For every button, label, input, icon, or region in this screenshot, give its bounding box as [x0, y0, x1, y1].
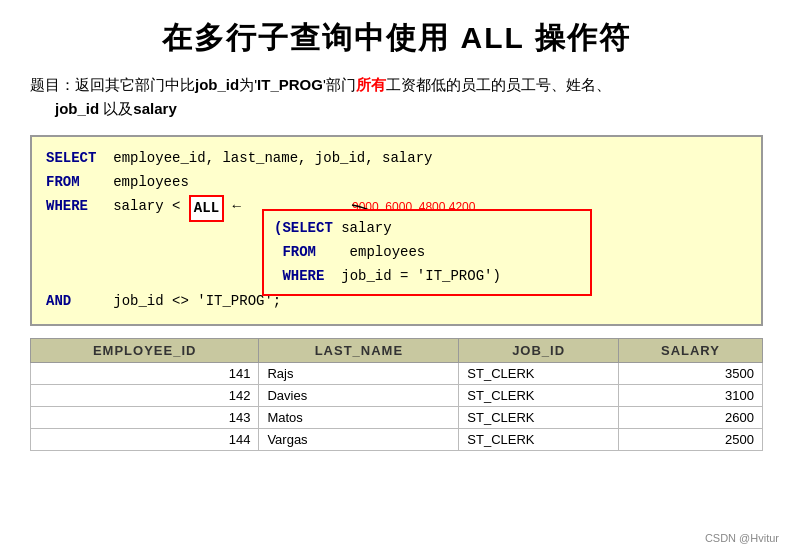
subq-from-kw: FROM	[282, 241, 316, 265]
and-keyword: AND	[46, 290, 71, 314]
subquery-box: (SELECT salary FROM employees WHERE job_…	[262, 209, 592, 296]
table-cell: ST_CLERK	[459, 363, 619, 385]
table-row: 144VargasST_CLERK2500	[31, 429, 763, 451]
sql-line-2: FROM employees	[46, 171, 747, 195]
page-container: 在多行子查询中使用 ALL 操作符 题目：返回其它部门中比job_id为'IT_…	[0, 0, 793, 552]
watermark: CSDN @Hvitur	[705, 532, 779, 544]
subq-select-kw: (SELECT	[274, 217, 333, 241]
subq-from-rest: employees	[316, 241, 425, 265]
q-bold1: job_id	[195, 76, 239, 93]
subq-select-rest: salary	[333, 217, 392, 241]
q-bold3: job_id	[55, 100, 99, 117]
q-prefix: 题目：返回其它部门中比	[30, 76, 195, 93]
page-title: 在多行子查询中使用 ALL 操作符	[30, 18, 763, 59]
subq-line-2: FROM employees	[274, 241, 580, 265]
subq-where-indent	[274, 265, 282, 289]
table-cell: 144	[31, 429, 259, 451]
where-keyword: WHERE	[46, 195, 88, 219]
table-cell: 2600	[618, 407, 762, 429]
from-keyword: FROM	[46, 171, 80, 195]
sql-line-1: SELECT employee_id, last_name, job_id, s…	[46, 147, 747, 171]
q-mid2: '部门	[323, 76, 356, 93]
table-header-row: EMPLOYEE_ID LAST_NAME JOB_ID SALARY	[31, 339, 763, 363]
subq-from-indent	[274, 241, 282, 265]
q-mid4: 以及	[99, 100, 133, 117]
result-table: EMPLOYEE_ID LAST_NAME JOB_ID SALARY 141R…	[30, 338, 763, 451]
table-cell: Rajs	[259, 363, 459, 385]
q-mid3: 工资都低的员工的员工号、姓名、	[386, 76, 611, 93]
subq-line-1: (SELECT salary	[274, 217, 580, 241]
table-cell: ST_CLERK	[459, 385, 619, 407]
table-cell: Vargas	[259, 429, 459, 451]
q-bold2: IT_PROG	[257, 76, 323, 93]
sql-and-cond: job_id <> 'IT_PROG';	[71, 290, 281, 314]
sql-block: SELECT employee_id, last_name, job_id, s…	[30, 135, 763, 326]
col-employee-id: EMPLOYEE_ID	[31, 339, 259, 363]
table-row: 143MatosST_CLERK2600	[31, 407, 763, 429]
table-cell: 143	[31, 407, 259, 429]
q-red1: 所有	[356, 76, 386, 93]
table-row: 142DaviesST_CLERK3100	[31, 385, 763, 407]
table-cell: Davies	[259, 385, 459, 407]
table-cell: 3100	[618, 385, 762, 407]
subq-where-rest: job_id = 'IT_PROG')	[324, 265, 500, 289]
subq-where-kw: WHERE	[282, 265, 324, 289]
question-block: 题目：返回其它部门中比job_id为'IT_PROG'部门所有工资都低的员工的员…	[30, 73, 763, 121]
sql-arrow-placeholder: ←	[224, 195, 241, 219]
table-cell: 141	[31, 363, 259, 385]
table-cell: Matos	[259, 407, 459, 429]
table-row: 141RajsST_CLERK3500	[31, 363, 763, 385]
all-keyword: ALL	[189, 195, 224, 223]
col-last-name: LAST_NAME	[259, 339, 459, 363]
table-cell: 2500	[618, 429, 762, 451]
table-cell: ST_CLERK	[459, 407, 619, 429]
table-cell: ST_CLERK	[459, 429, 619, 451]
sql-where-cond: salary <	[88, 195, 189, 219]
col-job-id: JOB_ID	[459, 339, 619, 363]
table-cell: 3500	[618, 363, 762, 385]
select-keyword: SELECT	[46, 147, 96, 171]
sql-from-table: employees	[80, 171, 189, 195]
sql-select-cols: employee_id, last_name, job_id, salary	[96, 147, 432, 171]
table-cell: 142	[31, 385, 259, 407]
subq-line-3: WHERE job_id = 'IT_PROG')	[274, 265, 580, 289]
q-bold4: salary	[133, 100, 176, 117]
col-salary: SALARY	[618, 339, 762, 363]
q-mid1: 为'	[239, 76, 257, 93]
